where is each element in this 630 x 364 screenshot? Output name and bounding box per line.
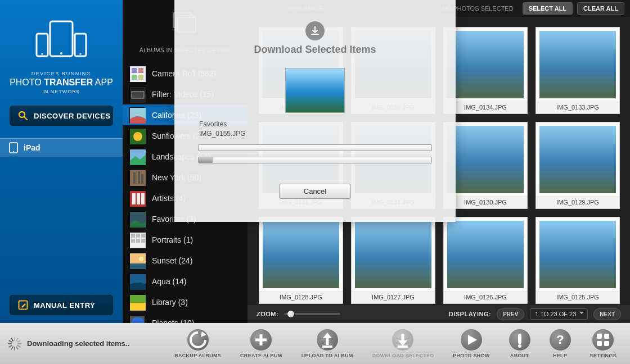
photo-caption: IMG_0130.JPG <box>444 197 527 208</box>
svg-rect-12 <box>132 68 137 73</box>
photo-card[interactable]: IMG_0125.JPG <box>536 217 620 304</box>
select-all-button[interactable]: SELECT ALL <box>523 2 573 15</box>
action-label: PHOTO SHOW <box>453 353 489 358</box>
album-thumb-icon <box>129 315 145 324</box>
modal-meta: Favorites IMG_0155.JPG <box>199 120 456 139</box>
photo-show-button[interactable]: PHOTO SHOW <box>453 329 489 358</box>
photo-caption: IMG_0133.JPG <box>536 102 619 113</box>
about-button[interactable]: ABOUT <box>509 329 530 358</box>
album-label: Sunset (24) <box>152 256 192 265</box>
help-icon: ? <box>550 329 571 351</box>
clear-all-button[interactable]: CLEAR ALL <box>577 2 624 15</box>
photo-thumb <box>447 126 524 193</box>
modal-filename: IMG_0155.JPG <box>199 129 456 139</box>
album-item[interactable]: Portraits (1) <box>123 229 248 250</box>
status-text: Downloading selected items.. <box>27 339 129 348</box>
upload-to-album-button[interactable]: UPLOAD TO ALBUM <box>302 329 353 358</box>
photo-caption: IMG_0127.JPG <box>352 292 435 303</box>
download-selected-button[interactable]: DOWNLOAD SELECTED <box>372 329 434 358</box>
svg-rect-33 <box>136 234 140 238</box>
svg-marker-52 <box>398 340 407 346</box>
manual-entry-button[interactable]: MANUAL ENTRY <box>10 295 113 315</box>
svg-rect-59 <box>604 334 609 339</box>
range-dropdown[interactable]: 1 TO 23 OF 23 <box>530 308 588 320</box>
app-logo: DEVICES RUNNING PHOTO TRANSFER APP IN NE… <box>0 0 123 94</box>
svg-point-9 <box>13 151 14 152</box>
create-album-icon <box>250 329 272 351</box>
album-thumb-icon <box>129 190 145 206</box>
svg-rect-24 <box>138 171 140 184</box>
prev-button[interactable]: PREV <box>497 308 524 320</box>
download-selected-icon <box>392 329 413 351</box>
svg-rect-17 <box>132 92 144 98</box>
photo-card[interactable]: IMG_0127.JPG <box>351 217 435 304</box>
backup-albums-button[interactable]: BACKUP ALBUMS <box>174 329 221 358</box>
device-item-ipad[interactable]: iPad <box>0 138 123 157</box>
album-label: Portraits (1) <box>152 235 193 244</box>
svg-line-7 <box>24 117 27 120</box>
svg-rect-35 <box>131 239 135 243</box>
logo-line1: DEVICES RUNNING <box>0 71 123 76</box>
modal-folder: Favorites <box>199 120 456 129</box>
create-album-button[interactable]: CREATE ALBUM <box>240 329 282 358</box>
photo-thumb <box>447 31 524 98</box>
photo-thumb <box>539 126 616 193</box>
settings-button[interactable]: SETTINGS <box>590 329 616 358</box>
album-thumb-icon <box>129 274 145 289</box>
settings-icon <box>592 329 614 351</box>
svg-point-44 <box>131 317 145 324</box>
photo-thumb <box>539 221 616 288</box>
photo-card[interactable]: IMG_0126.JPG <box>443 217 528 304</box>
modal-preview-thumb <box>285 68 345 113</box>
svg-rect-14 <box>132 75 137 80</box>
manual-entry-label: MANUAL ENTRY <box>34 301 95 310</box>
svg-rect-2 <box>37 34 48 56</box>
album-label: Aqua (14) <box>152 277 186 286</box>
help-button[interactable]: ?HELP <box>550 329 571 358</box>
device-label: iPad <box>24 143 40 152</box>
svg-rect-23 <box>133 172 136 184</box>
next-button[interactable]: NEXT <box>593 308 621 320</box>
svg-point-1 <box>60 52 62 54</box>
svg-point-20 <box>133 132 142 141</box>
action-label: BACKUP ALBUMS <box>174 353 221 358</box>
album-thumb-icon <box>129 211 145 227</box>
album-thumb-icon <box>129 149 145 165</box>
displaying-label: DISPLAYING: <box>449 311 491 317</box>
sidebar: DEVICES RUNNING PHOTO TRANSFER APP IN NE… <box>0 0 123 323</box>
photo-card[interactable]: IMG_0129.JPG <box>536 122 620 209</box>
photo-caption: IMG_0125.JPG <box>536 292 619 303</box>
album-item[interactable]: Sunset (24) <box>123 250 248 271</box>
album-thumb-icon <box>129 87 145 102</box>
bottom-toolbar: Downloading selected items.. BACKUP ALBU… <box>0 323 630 364</box>
cancel-button[interactable]: Cancel <box>279 184 351 199</box>
action-label: CREATE ALBUM <box>240 353 282 358</box>
photo-thumb <box>263 221 339 288</box>
svg-rect-13 <box>138 68 143 73</box>
spinner-icon <box>8 337 21 351</box>
progress-bar-file <box>198 144 432 151</box>
svg-marker-54 <box>468 335 477 345</box>
svg-rect-60 <box>597 341 602 346</box>
album-item[interactable]: Planets (10) <box>123 312 248 323</box>
photo-card[interactable]: IMG_0134.JPG <box>443 27 528 114</box>
zoom-slider[interactable] <box>284 313 340 315</box>
svg-rect-28 <box>137 193 140 204</box>
action-label: DOWNLOAD SELECTED <box>372 353 434 358</box>
svg-rect-25 <box>141 174 143 184</box>
action-label: HELP <box>553 353 567 358</box>
album-item[interactable]: Aqua (14) <box>123 271 248 292</box>
album-thumb-icon <box>129 66 145 81</box>
photo-card[interactable]: IMG_0128.JPG <box>259 217 343 304</box>
svg-marker-45 <box>201 331 206 337</box>
svg-rect-61 <box>604 341 609 346</box>
photo-caption: IMG_0129.JPG <box>536 197 619 208</box>
progress-bar-total <box>198 157 432 163</box>
discover-devices-button[interactable]: DISCOVER DEVICES <box>10 106 113 126</box>
devices-icon <box>28 18 95 63</box>
album-item[interactable]: Library (3) <box>123 292 248 312</box>
backup-albums-icon <box>187 329 209 351</box>
photo-card[interactable]: IMG_0133.JPG <box>536 27 620 114</box>
svg-marker-49 <box>323 333 332 338</box>
photo-card[interactable]: IMG_0130.JPG <box>443 122 528 209</box>
